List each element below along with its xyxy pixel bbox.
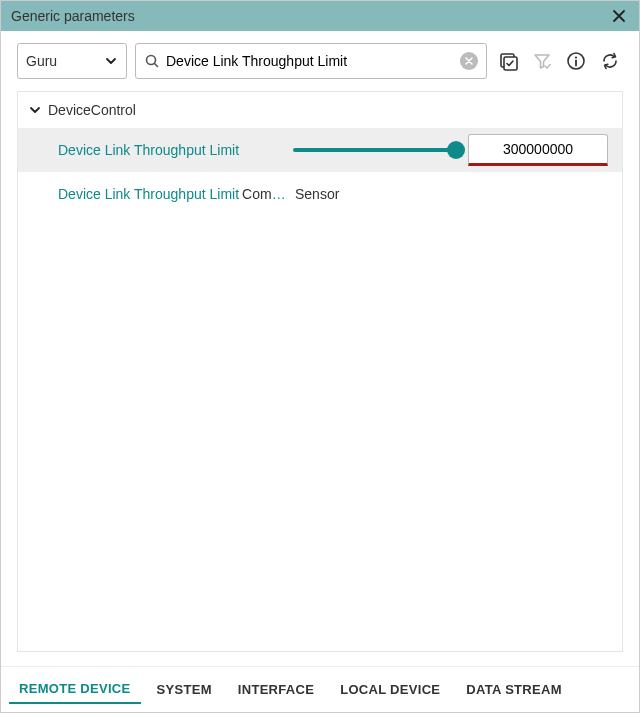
close-icon (611, 8, 627, 24)
tab-interface[interactable]: INTERFACE (228, 676, 324, 703)
apply-all-button[interactable] (495, 48, 521, 74)
param-label: Device Link Throughput LimitComp… (58, 186, 293, 202)
slider-track (293, 148, 456, 152)
titlebar: Generic parameters (1, 1, 639, 31)
visibility-level-value: Guru (26, 53, 104, 69)
refresh-button[interactable] (597, 48, 623, 74)
check-square-icon (497, 50, 519, 72)
info-icon (565, 50, 587, 72)
window-title: Generic parameters (11, 8, 609, 24)
search-box[interactable] (135, 43, 487, 79)
toolbar: Guru (1, 31, 639, 91)
chevron-down-icon (28, 103, 42, 117)
slider-thumb[interactable] (447, 141, 465, 159)
throughput-value-input[interactable] (468, 134, 608, 166)
tab-data-stream[interactable]: DATA STREAM (456, 676, 572, 703)
filter-button[interactable] (529, 48, 555, 74)
param-row-throughput-limit[interactable]: Device Link Throughput Limit (18, 128, 622, 172)
visibility-level-selector[interactable]: Guru (17, 43, 127, 79)
tab-remote-device[interactable]: REMOTE DEVICE (9, 675, 141, 704)
info-button[interactable] (563, 48, 589, 74)
search-icon (144, 53, 160, 69)
throughput-slider[interactable] (293, 148, 468, 152)
refresh-icon (599, 50, 621, 72)
bottom-tabs: REMOTE DEVICE SYSTEM INTERFACE LOCAL DEV… (1, 666, 639, 712)
tree-group-label: DeviceControl (48, 102, 136, 118)
funnel-icon (531, 50, 553, 72)
parameter-tree: DeviceControl Device Link Throughput Lim… (17, 91, 623, 652)
clear-icon (465, 57, 473, 65)
search-clear-button[interactable] (460, 52, 478, 70)
tree-group-devicecontrol[interactable]: DeviceControl (18, 92, 622, 128)
chevron-down-icon (104, 54, 118, 68)
svg-point-4 (575, 56, 577, 58)
param-label: Device Link Throughput Limit (58, 142, 293, 158)
search-input[interactable] (166, 53, 460, 69)
tab-system[interactable]: SYSTEM (147, 676, 222, 703)
window: Generic parameters Guru (0, 0, 640, 713)
tab-local-device[interactable]: LOCAL DEVICE (330, 676, 450, 703)
close-button[interactable] (609, 6, 629, 26)
param-value-text: Sensor (293, 186, 433, 202)
param-row-throughput-components[interactable]: Device Link Throughput LimitComp… Sensor (18, 172, 622, 216)
